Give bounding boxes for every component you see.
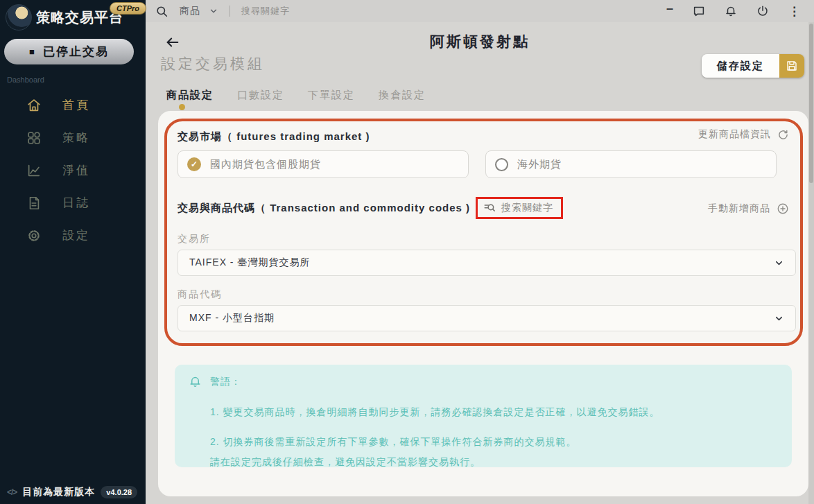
trading-stopped-label: 已停止交易 — [43, 44, 109, 60]
plus-circle-icon — [777, 202, 789, 215]
sidebar-item-strategy[interactable]: 策略 — [0, 121, 146, 154]
codes-section: 交易與商品代碼（ Transaction and commodity codes… — [177, 197, 563, 219]
chat-icon[interactable] — [693, 5, 705, 17]
strategy-icon — [26, 130, 42, 146]
search-keyword-label: 搜索關鍵字 — [501, 202, 553, 214]
option-label: 海外期貨 — [517, 158, 562, 171]
exchange-select[interactable]: TAIFEX - 臺灣期貨交易所 — [177, 250, 796, 276]
refresh-icon — [777, 129, 789, 141]
sidebar-item-log[interactable]: 日誌 — [0, 186, 146, 219]
sidebar-item-label: 淨值 — [62, 162, 90, 178]
sidebar-item-settings[interactable]: 設定 — [0, 219, 146, 252]
exchange-select-value: TAIFEX - 臺灣期貨交易所 — [189, 257, 310, 269]
scrollbar[interactable] — [808, 22, 814, 504]
home-icon — [26, 98, 42, 113]
chevron-down-icon[interactable] — [209, 6, 218, 16]
save-settings-label: 儲存設定 — [702, 54, 779, 78]
search-icon — [155, 5, 168, 18]
radio-unchecked-icon — [495, 158, 508, 171]
market-section-label: 交易市場（ futures trading market ) — [177, 130, 370, 144]
tab-rollover-settings[interactable]: 換倉設定 — [379, 89, 426, 110]
sidebar: 策略交易平台 CTPro ■ 已停止交易 Dashboard 首頁 策略 淨值 … — [0, 0, 146, 504]
minimize-button[interactable]: – — [666, 5, 673, 17]
more-options-icon[interactable]: ⋮ — [788, 4, 800, 19]
notice-line: 2. 切換券商後需重新設定所有下單參數，確保下單操作符合新券商的交易規範。 — [210, 436, 778, 449]
version-footer: </> 目前為最新版本 v4.0.28 — [7, 486, 137, 498]
chevron-down-icon — [774, 313, 784, 324]
commodity-select[interactable]: MXF - 小型台指期 — [177, 305, 796, 331]
tab-lot-settings[interactable]: 口數設定 — [237, 89, 284, 110]
market-options: ✓ 國內期貨包含個股期貨 海外期貨 — [177, 150, 777, 178]
app-logo-icon — [6, 4, 32, 31]
sidebar-item-home[interactable]: 首頁 — [0, 89, 146, 121]
commodity-field-label: 商品代碼 — [177, 288, 222, 301]
refresh-commodity-info-button[interactable]: 更新商品檔資訊 — [698, 128, 789, 141]
module-subtitle: 設定交易模組 — [161, 54, 265, 73]
settings-tabs: 商品設定 口數設定 下單設定 換倉設定 — [166, 89, 426, 110]
tab-commodity-settings[interactable]: 商品設定 — [166, 89, 214, 110]
gear-icon — [26, 228, 42, 243]
search-list-icon — [483, 202, 496, 214]
exchange-field-label: 交易所 — [177, 233, 211, 245]
sidebar-item-label: 首頁 — [62, 97, 90, 113]
log-icon — [26, 195, 42, 211]
notice-title: 警語： — [210, 376, 241, 388]
tab-order-settings[interactable]: 下單設定 — [308, 89, 355, 110]
sidebar-nav: 首頁 策略 淨值 日誌 設定 — [0, 89, 146, 252]
notice-header: 警語： — [189, 375, 778, 388]
manual-add-commodity-button[interactable]: 手動新增商品 — [708, 202, 789, 215]
save-settings-button[interactable]: 儲存設定 — [702, 54, 804, 78]
equity-chart-icon — [26, 163, 42, 178]
version-badge: v4.0.28 — [101, 486, 137, 498]
stop-icon: ■ — [29, 47, 36, 56]
search-input[interactable]: 搜尋關鍵字 — [241, 5, 290, 17]
option-label: 國內期貨包含個股期貨 — [210, 158, 321, 171]
bell-icon[interactable] — [725, 5, 737, 17]
ctpro-badge: CTPro — [110, 2, 146, 15]
sidebar-item-equity[interactable]: 淨值 — [0, 154, 146, 186]
power-icon[interactable] — [756, 5, 769, 17]
sidebar-item-label: 設定 — [62, 227, 90, 243]
sidebar-section-label: Dashboard — [7, 76, 44, 84]
trading-stopped-button[interactable]: ■ 已停止交易 — [4, 39, 134, 64]
page-title: 阿斯頓發射點 — [146, 32, 814, 51]
chevron-down-icon — [774, 258, 784, 268]
topbar-divider — [230, 6, 230, 17]
notice-line: 1. 變更交易商品時，換倉明細將自動同步更新，請務必確認換倉設定是否正確，以避免… — [210, 406, 778, 419]
topbar-actions: – ⋮ — [666, 4, 800, 19]
option-domestic-futures[interactable]: ✓ 國內期貨包含個股期貨 — [177, 150, 469, 178]
option-overseas-futures[interactable]: 海外期貨 — [485, 150, 777, 178]
scrollbar-thumb[interactable] — [809, 24, 813, 183]
refresh-label: 更新商品檔資訊 — [698, 128, 771, 141]
sidebar-item-label: 日誌 — [62, 195, 90, 211]
settings-card: 交易市場（ futures trading market ) 更新商品檔資訊 ✓… — [158, 111, 808, 496]
search-scope-select[interactable]: 商品 — [180, 5, 200, 17]
search-keyword-button[interactable]: 搜索關鍵字 — [476, 197, 563, 219]
manual-add-label: 手動新增商品 — [708, 202, 770, 215]
topbar: 商品 搜尋關鍵字 – ⋮ — [146, 0, 814, 22]
commodity-select-value: MXF - 小型台指期 — [189, 312, 275, 324]
brand: 策略交易平台 — [6, 4, 123, 31]
warning-notice: 警語： 1. 變更交易商品時，換倉明細將自動同步更新，請務必確認換倉設定是否正確… — [175, 365, 792, 467]
code-icon: </> — [7, 487, 17, 497]
save-icon — [779, 54, 804, 78]
main-content: 阿斯頓發射點 設定交易模組 儲存設定 商品設定 口數設定 下單設定 換倉設定 交… — [146, 22, 814, 504]
version-status: 目前為最新版本 — [22, 486, 95, 498]
sidebar-item-label: 策略 — [62, 130, 90, 146]
radio-checked-icon: ✓ — [187, 157, 201, 171]
notification-bell-icon — [189, 375, 202, 388]
codes-section-label: 交易與商品代碼（ Transaction and commodity codes… — [177, 202, 470, 215]
notice-line: 請在設定完成後仔細檢查，避免因設定不當影響交易執行。 — [210, 456, 778, 469]
